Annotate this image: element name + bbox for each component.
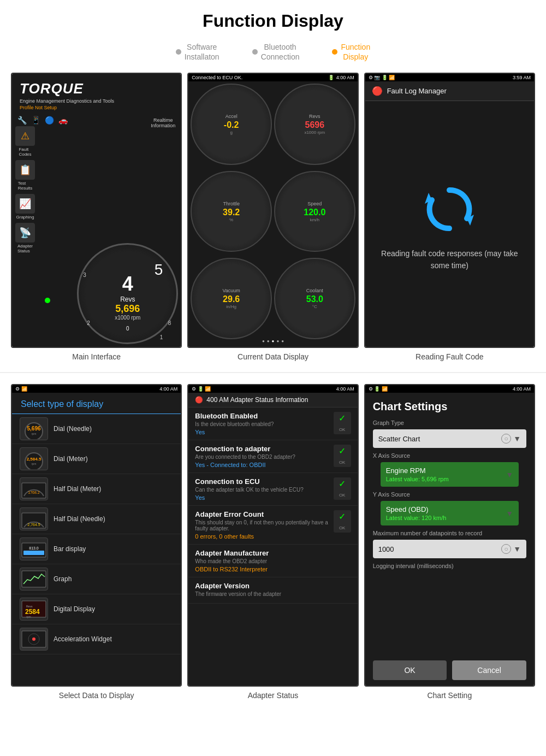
side-menu: ⚠ FaultCodes 📋 TestResults 📈 Graphing 📡 … — [12, 123, 38, 257]
half-dial-meter-item[interactable]: 1768.2 Half Dial (Meter) — [12, 474, 181, 504]
graph-type-dropdown[interactable]: Scatter Chart ○ ▼ — [373, 429, 526, 448]
x-axis-source-box[interactable]: Engine RPM Latest value: 5,696 rpm ▼ — [381, 462, 519, 487]
half-dial-meter-label: Half Dial (Meter) — [54, 485, 101, 493]
graph-thumb — [20, 568, 48, 590]
page-title: Function Display — [0, 0, 546, 37]
revs-gauge-label: Revs — [309, 114, 321, 119]
coolant-gauge: Coolant 53.0 °C — [274, 258, 355, 339]
chart-ok-button[interactable]: OK — [373, 660, 447, 680]
throttle-gauge: Throttle 39.2 % — [191, 171, 272, 252]
dial-meter-thumb: 2,584.5 rpm — [20, 447, 48, 470]
svg-point-22 — [32, 637, 35, 641]
bluetooth-enabled-item: Bluetooth Enabled Is the device bluetoot… — [188, 407, 357, 440]
dial-needle-icon: 5,696 rpm — [21, 418, 47, 439]
graph-type-label: Graph Type — [365, 417, 534, 427]
graphing-item[interactable]: 📈 Graphing — [15, 194, 35, 220]
fault-codes-item[interactable]: ⚠ FaultCodes — [15, 126, 35, 157]
graph-icon — [21, 569, 47, 589]
adapter-version-item: Adapter Version The firmware version of … — [188, 577, 357, 604]
main-gauge-container: 4 5 Revs 5,696 x1000 rpm 0 3 2 8 1 — [72, 238, 181, 347]
accel-label: Accel — [225, 114, 238, 119]
screen3-caption: Reading Fault Code — [416, 352, 484, 361]
chart-cancel-button[interactable]: Cancel — [452, 660, 526, 680]
main-interface-screen: TORQUE Engine Management Diagnostics and… — [12, 74, 181, 347]
speed-label: Speed — [307, 201, 322, 206]
bluetooth-enabled-title: Bluetooth Enabled — [195, 412, 274, 420]
bar-display-label: Bar display — [54, 545, 86, 553]
svg-text:rpm: rpm — [26, 615, 31, 618]
car-icon: 🚗 — [58, 116, 68, 125]
adapter-header: 🔴 400 AM Adapter Status Information — [188, 393, 357, 407]
realtime-info[interactable]: RealtimeInformation — [151, 117, 175, 128]
y-axis-label: Y Axis Source — [365, 489, 534, 499]
dial-needle-item[interactable]: 5,696 rpm Dial (Needle) — [12, 414, 181, 444]
adapter-version-desc: The firmware version of the adapter — [195, 591, 351, 597]
revs-gauge-value: 5696 — [305, 120, 325, 130]
dial-meter-item[interactable]: 2,584.5 rpm Dial (Meter) — [12, 444, 181, 474]
step3-dot — [332, 49, 337, 55]
bar-display-thumb: 813.0 — [20, 538, 48, 560]
row2-screenshots: ⚙ 📶 4:00 AM Select type of display 5,696… — [0, 384, 546, 700]
main-gauge-circle: 4 5 Revs 5,696 x1000 rpm 0 3 2 8 1 — [77, 243, 178, 344]
svg-rect-12 — [22, 543, 46, 557]
gauge-number: 4 — [122, 273, 133, 296]
adapter-bar-icons: ⚙ 🔋 📶 — [192, 386, 211, 392]
chart-settings-title: Chart Settings — [365, 393, 534, 417]
adapter-header-icon: 🔴 — [195, 396, 203, 404]
main-interface-block: TORQUE Engine Management Diagnostics and… — [11, 73, 182, 361]
throttle-value: 39.2 — [223, 208, 240, 217]
step1-dot — [176, 49, 181, 55]
chart-btn-row: OK Cancel — [365, 655, 534, 686]
half-dial-meter-thumb: 1768.2 — [20, 477, 48, 500]
adapter-manufacturer-title: Adapter Manufacturer — [195, 549, 351, 557]
time-display: 4:00 AM — [336, 75, 354, 80]
dial-needle-thumb: 5,696 rpm — [20, 417, 48, 440]
connection-ecu-item: Connection to ECU Can the adapter talk O… — [188, 473, 357, 506]
graph-item[interactable]: Graph — [12, 564, 181, 594]
svg-text:5,696: 5,696 — [27, 426, 40, 432]
fault-codes-icon: ⚠ — [15, 126, 35, 146]
acceleration-widget-label: Acceleration Widget — [54, 635, 112, 643]
test-results-item[interactable]: 📋 TestResults — [15, 160, 35, 191]
svg-text:813.0: 813.0 — [29, 546, 39, 550]
acceleration-icon — [21, 629, 47, 649]
coolant-value: 53.0 — [306, 294, 323, 304]
half-dial-needle-item[interactable]: 2,764.5 Half Dial (Needle) — [12, 504, 181, 534]
adapter-error-desc: This should stay on 0, if not then you p… — [195, 519, 333, 531]
digital-display-item[interactable]: Revs 2584 rpm Digital Display — [12, 594, 181, 624]
current-data-block: Connected to ECU OK. 🔋 4:00 AM Accel -0.… — [187, 73, 358, 361]
half-dial-needle-icon: 2,764.5 — [21, 509, 47, 529]
vacuum-label: Vacuum — [222, 288, 240, 293]
acceleration-thumb — [20, 628, 48, 651]
gauges-grid: Accel -0.2 g Revs 5696 x1000 rpm Throttl… — [188, 81, 357, 345]
step1-label: Software Installaton — [185, 42, 219, 62]
acceleration-widget-item[interactable]: Acceleration Widget — [12, 624, 181, 654]
y-axis-source-box[interactable]: Speed (OBD) Latest value: 120 km/h ▼ — [381, 501, 519, 525]
adapter-status-frame: ⚙ 🔋 📶 4:00 AM 🔴 400 AM Adapter Status In… — [187, 384, 358, 687]
step3-label: Function Display — [341, 42, 370, 62]
torque-subtitle: Engine Management Diagnostics and Tools — [12, 97, 181, 105]
fault-code-block: ⚙ 📷 🔋 📶 3:59 AM 🔴 Fault Log Manager — [364, 73, 535, 361]
vacuum-value: 29.6 — [223, 294, 240, 304]
chart-settings-screen: ⚙ 🔋 📶 4:00 AM Chart Settings Graph Type … — [365, 385, 534, 686]
adapter-error-value: 0 errors, 0 other faults — [195, 533, 333, 540]
adapter-status-block: ⚙ 🔋 📶 4:00 AM 🔴 400 AM Adapter Status In… — [187, 384, 358, 700]
max-datapoints-dropdown[interactable]: 1000 ○ ▼ — [373, 540, 526, 558]
test-results-icon: 📋 — [15, 160, 35, 180]
revs-value: 5,696 — [115, 303, 140, 315]
svg-text:2584: 2584 — [25, 608, 40, 616]
adapter-manufacturer-item: Adapter Manufacturer Who made the OBD2 a… — [188, 545, 357, 577]
dial-needle-label: Dial (Needle) — [54, 425, 92, 433]
svg-rect-13 — [23, 551, 44, 555]
step2-dot — [252, 49, 258, 55]
adapter-manufacturer-desc: Who made the OBD2 adapter — [195, 558, 351, 564]
svg-rect-15 — [22, 571, 46, 587]
bar-display-item[interactable]: 813.0 Bar display — [12, 534, 181, 564]
chart-bar-icons: ⚙ 🔋 📶 — [369, 386, 388, 392]
svg-text:2,584.5: 2,584.5 — [27, 457, 41, 462]
gauge-1: 1 — [160, 334, 163, 340]
select-status-bar: ⚙ 📶 4:00 AM — [12, 385, 181, 393]
revs-label: Revs — [120, 296, 135, 303]
adapter-status-item[interactable]: 📡 AdapterStatus — [15, 223, 35, 253]
y-axis-container: Speed (OBD) Latest value: 120 km/h ▼ — [373, 501, 526, 525]
